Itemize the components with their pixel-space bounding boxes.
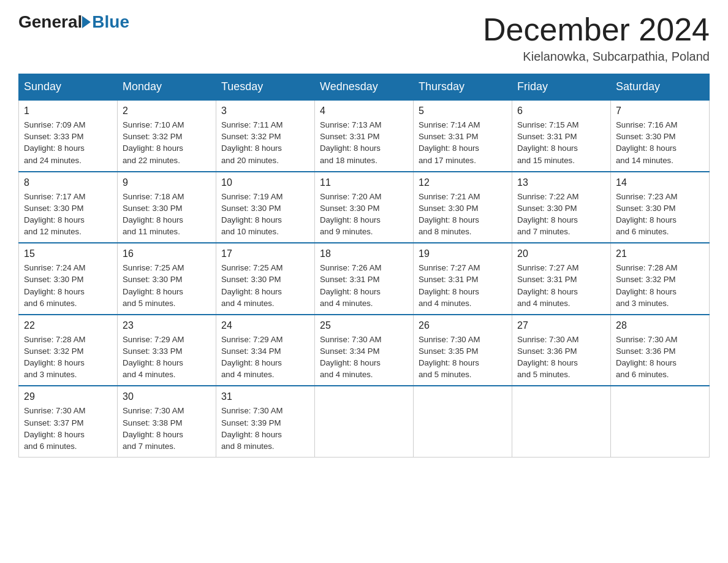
day-number: 6 [517,105,605,117]
logo-blue-text: Blue [92,12,129,32]
day-info: Sunrise: 7:27 AM Sunset: 3:31 PM Dayligh… [517,262,605,309]
day-info: Sunrise: 7:14 AM Sunset: 3:31 PM Dayligh… [419,119,507,166]
day-number: 23 [123,320,211,331]
calendar-cell: 19Sunrise: 7:27 AM Sunset: 3:31 PM Dayli… [414,243,512,315]
day-number: 29 [24,391,112,402]
day-number: 10 [221,177,309,188]
day-info: Sunrise: 7:29 AM Sunset: 3:33 PM Dayligh… [123,334,211,381]
calendar-cell: 17Sunrise: 7:25 AM Sunset: 3:30 PM Dayli… [216,243,315,315]
day-number: 13 [517,177,605,188]
calendar-cell: 1Sunrise: 7:09 AM Sunset: 3:33 PM Daylig… [19,100,118,172]
day-info: Sunrise: 7:25 AM Sunset: 3:30 PM Dayligh… [123,262,211,309]
day-number: 17 [221,248,309,259]
day-number: 30 [123,391,211,402]
day-number: 21 [616,248,704,259]
day-info: Sunrise: 7:15 AM Sunset: 3:31 PM Dayligh… [517,119,605,166]
day-number: 9 [123,177,211,188]
title-block: December 2024 Kielanowka, Subcarpathia, … [483,12,710,64]
calendar-cell: 18Sunrise: 7:26 AM Sunset: 3:31 PM Dayli… [315,243,414,315]
day-number: 15 [24,248,112,259]
calendar-cell: 24Sunrise: 7:29 AM Sunset: 3:34 PM Dayli… [216,315,315,386]
day-number: 25 [320,320,408,331]
location: Kielanowka, Subcarpathia, Poland [483,50,710,64]
month-title: December 2024 [483,12,710,47]
calendar-cell: 27Sunrise: 7:30 AM Sunset: 3:36 PM Dayli… [512,315,611,386]
calendar-cell [414,386,512,457]
day-number: 14 [616,177,704,188]
day-info: Sunrise: 7:30 AM Sunset: 3:38 PM Dayligh… [123,405,211,452]
day-info: Sunrise: 7:13 AM Sunset: 3:31 PM Dayligh… [320,119,408,166]
day-info: Sunrise: 7:28 AM Sunset: 3:32 PM Dayligh… [24,334,112,381]
day-number: 19 [419,248,507,259]
day-info: Sunrise: 7:18 AM Sunset: 3:30 PM Dayligh… [123,191,211,238]
calendar-cell: 4Sunrise: 7:13 AM Sunset: 3:31 PM Daylig… [315,100,414,172]
calendar-table: SundayMondayTuesdayWednesdayThursdayFrid… [18,74,710,458]
calendar-cell [315,386,414,457]
day-info: Sunrise: 7:11 AM Sunset: 3:32 PM Dayligh… [221,119,309,166]
calendar-cell [611,386,710,457]
day-number: 11 [320,177,408,188]
calendar-cell: 21Sunrise: 7:28 AM Sunset: 3:32 PM Dayli… [611,243,710,315]
calendar-week-2: 8Sunrise: 7:17 AM Sunset: 3:30 PM Daylig… [19,172,710,243]
day-info: Sunrise: 7:26 AM Sunset: 3:31 PM Dayligh… [320,262,408,309]
calendar-week-4: 22Sunrise: 7:28 AM Sunset: 3:32 PM Dayli… [19,315,710,386]
calendar-cell: 16Sunrise: 7:25 AM Sunset: 3:30 PM Dayli… [118,243,216,315]
calendar-cell: 10Sunrise: 7:19 AM Sunset: 3:30 PM Dayli… [216,172,315,243]
header-friday: Friday [512,74,611,101]
day-number: 8 [24,177,112,188]
day-info: Sunrise: 7:30 AM Sunset: 3:36 PM Dayligh… [616,334,704,381]
day-number: 3 [221,105,309,117]
calendar-cell: 23Sunrise: 7:29 AM Sunset: 3:33 PM Dayli… [118,315,216,386]
calendar-header-row: SundayMondayTuesdayWednesdayThursdayFrid… [19,74,710,101]
day-info: Sunrise: 7:29 AM Sunset: 3:34 PM Dayligh… [221,334,309,381]
calendar-cell: 7Sunrise: 7:16 AM Sunset: 3:30 PM Daylig… [611,100,710,172]
calendar-week-5: 29Sunrise: 7:30 AM Sunset: 3:37 PM Dayli… [19,386,710,457]
calendar-cell: 14Sunrise: 7:23 AM Sunset: 3:30 PM Dayli… [611,172,710,243]
logo-general-text: General [18,12,82,32]
calendar-cell: 3Sunrise: 7:11 AM Sunset: 3:32 PM Daylig… [216,100,315,172]
day-number: 7 [616,105,704,117]
header-wednesday: Wednesday [315,74,414,101]
calendar-cell: 9Sunrise: 7:18 AM Sunset: 3:30 PM Daylig… [118,172,216,243]
day-number: 20 [517,248,605,259]
header-tuesday: Tuesday [216,74,315,101]
day-number: 27 [517,320,605,331]
header-sunday: Sunday [19,74,118,101]
day-number: 31 [221,391,309,402]
day-info: Sunrise: 7:16 AM Sunset: 3:30 PM Dayligh… [616,119,704,166]
calendar-cell: 31Sunrise: 7:30 AM Sunset: 3:39 PM Dayli… [216,386,315,457]
calendar-cell: 5Sunrise: 7:14 AM Sunset: 3:31 PM Daylig… [414,100,512,172]
day-info: Sunrise: 7:23 AM Sunset: 3:30 PM Dayligh… [616,191,704,238]
header-saturday: Saturday [611,74,710,101]
day-info: Sunrise: 7:09 AM Sunset: 3:33 PM Dayligh… [24,119,112,166]
day-info: Sunrise: 7:30 AM Sunset: 3:34 PM Dayligh… [320,334,408,381]
day-number: 16 [123,248,211,259]
calendar-cell: 11Sunrise: 7:20 AM Sunset: 3:30 PM Dayli… [315,172,414,243]
day-number: 28 [616,320,704,331]
day-number: 24 [221,320,309,331]
day-info: Sunrise: 7:25 AM Sunset: 3:30 PM Dayligh… [221,262,309,309]
logo-blue-part: Blue [82,12,129,32]
day-info: Sunrise: 7:21 AM Sunset: 3:30 PM Dayligh… [419,191,507,238]
day-info: Sunrise: 7:30 AM Sunset: 3:39 PM Dayligh… [221,405,309,452]
day-number: 2 [123,105,211,117]
header-thursday: Thursday [414,74,512,101]
calendar-cell: 15Sunrise: 7:24 AM Sunset: 3:30 PM Dayli… [19,243,118,315]
header-monday: Monday [118,74,216,101]
calendar-cell: 13Sunrise: 7:22 AM Sunset: 3:30 PM Dayli… [512,172,611,243]
day-number: 1 [24,105,112,117]
day-number: 5 [419,105,507,117]
logo-arrow-icon [82,16,91,28]
day-info: Sunrise: 7:27 AM Sunset: 3:31 PM Dayligh… [419,262,507,309]
calendar-cell: 6Sunrise: 7:15 AM Sunset: 3:31 PM Daylig… [512,100,611,172]
logo: General Blue [18,12,129,32]
calendar-cell: 22Sunrise: 7:28 AM Sunset: 3:32 PM Dayli… [19,315,118,386]
calendar-cell: 29Sunrise: 7:30 AM Sunset: 3:37 PM Dayli… [19,386,118,457]
day-info: Sunrise: 7:30 AM Sunset: 3:37 PM Dayligh… [24,405,112,452]
day-number: 12 [419,177,507,188]
day-info: Sunrise: 7:17 AM Sunset: 3:30 PM Dayligh… [24,191,112,238]
day-info: Sunrise: 7:22 AM Sunset: 3:30 PM Dayligh… [517,191,605,238]
day-info: Sunrise: 7:24 AM Sunset: 3:30 PM Dayligh… [24,262,112,309]
calendar-cell: 26Sunrise: 7:30 AM Sunset: 3:35 PM Dayli… [414,315,512,386]
day-number: 22 [24,320,112,331]
